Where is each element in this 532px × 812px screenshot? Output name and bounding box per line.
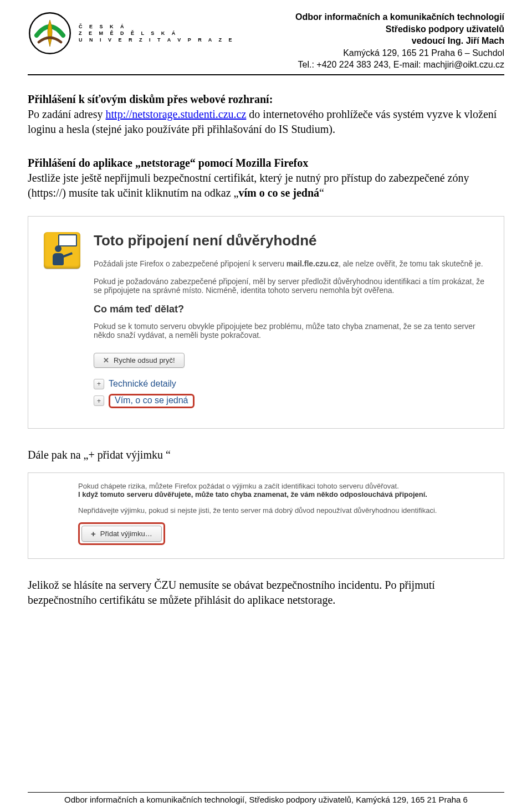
expander-i-understand-label: Vím, o co se jedná [109, 394, 195, 408]
warning-p2: Pokud je požadováno zabezpečené připojen… [94, 277, 488, 295]
section-3: Dále pak na „+ přidat výjimku “ [28, 448, 504, 462]
exception-p2: Nepřidávejte výjimku, pokud si nejste ji… [78, 506, 493, 515]
exception-p1: Pokud chápete rizika, můžete Firefox pož… [78, 482, 493, 498]
header-line1: Odbor informačních a komunikačních techn… [295, 11, 504, 23]
firefox-add-exception-panel: Pokud chápete rizika, můžete Firefox pož… [28, 472, 504, 559]
expander-i-understand[interactable]: + Vím, o co se jedná [94, 394, 488, 408]
logo-block: Č E S K Á Z E M Ě D Ě L S K Á U N I V E … [28, 11, 235, 55]
logo-text-line2: Z E M Ě D Ě L S K Á [79, 30, 235, 37]
header-line3: vedoucí Ing. Jiří Mach [295, 35, 504, 47]
exception-p1a: Pokud chápete rizika, můžete Firefox pož… [78, 482, 399, 490]
plus-icon: + [91, 529, 96, 538]
warning-p1: Požádali jste Firefox o zabezpečené přip… [94, 259, 488, 268]
section2-paragraph: Jestliže jste ještě nepřijmuli bezpečnos… [28, 171, 504, 201]
netstorage-link[interactable]: http://netstorage.studenti.czu.cz [106, 108, 247, 120]
add-exception-button-label: Přidat výjimku… [100, 530, 152, 538]
section1-p1-pre: Po zadání adresy [28, 108, 106, 120]
page-footer: Odbor informačních a komunikačních techn… [28, 792, 504, 804]
get-out-button-label: Rychle odsud pryč! [114, 356, 175, 364]
section-1: Přihlášení k síťovým diskům přes webové … [28, 92, 504, 137]
warning-subtitle: Co mám teď dělat? [94, 304, 488, 315]
x-icon: ✕ [103, 356, 109, 364]
exception-p1b: I když tomuto serveru důvěřujete, může t… [78, 490, 427, 498]
warning-title: Toto připojení není důvěryhodné [94, 232, 488, 249]
section1-title: Přihlášení k síťovým diskům přes webové … [28, 92, 504, 107]
expander-technical-details[interactable]: + Technické detaily [94, 379, 488, 389]
untrusted-connection-icon [44, 232, 80, 269]
get-out-button[interactable]: ✕ Rychle odsud pryč! [94, 353, 185, 368]
header-line2: Středisko podpory uživatelů [295, 23, 504, 35]
add-exception-button[interactable]: + Přidat výjimku… [81, 526, 162, 542]
section2-title: Přihlášení do aplikace „netstorage“ pomo… [28, 157, 308, 169]
section4-p: Jelikož se hlásíte na servery ČZU nemusí… [28, 579, 435, 606]
expand-plus-icon: + [94, 395, 104, 406]
expand-plus-icon: + [94, 379, 104, 389]
logo-text: Č E S K Á Z E M Ě D Ě L S K Á U N I V E … [79, 23, 235, 43]
university-logo-icon [28, 11, 72, 55]
section2-p1-post: “ [319, 187, 324, 199]
warning-server: mail.fle.czu.cz [287, 259, 339, 268]
warning-p1-a: Požádali jste Firefox o zabezpečené přip… [94, 259, 287, 268]
add-exception-highlight: + Přidat výjimku… [78, 522, 165, 545]
logo-text-line3: U N I V E R Z I T A V P R A Z E [79, 37, 235, 43]
footer-text: Odbor informačních a komunikačních techn… [64, 795, 468, 804]
expander-technical-label: Technické detaily [109, 379, 176, 389]
warning-p3: Pokud se k tomuto serveru obvykle připoj… [94, 322, 488, 340]
section-2: Přihlášení do aplikace „netstorage“ pomo… [28, 156, 504, 201]
firefox-warning-panel: Toto připojení není důvěryhodné Požádali… [28, 216, 504, 429]
header-contact: Odbor informačních a komunikačních techn… [295, 11, 504, 71]
header-line5: Tel.: +420 224 383 243, E-mail: machjiri… [295, 59, 504, 71]
section3-line: Dále pak na „+ přidat výjimku “ [28, 449, 171, 461]
header-line4: Kamýcká 129, 165 21 Praha 6 – Suchdol [295, 47, 504, 59]
section2-p1-bold: vím o co se jedná [239, 187, 320, 199]
warning-p1-b: , ale nelze ověřit, že tomu tak skutečně… [339, 259, 483, 268]
page-header: Č E S K Á Z E M Ě D Ě L S K Á U N I V E … [28, 11, 504, 75]
section1-paragraph: Po zadání adresy http://netstorage.stude… [28, 107, 504, 137]
logo-text-line1: Č E S K Á [79, 23, 235, 30]
section-4: Jelikož se hlásíte na servery ČZU nemusí… [28, 578, 504, 608]
